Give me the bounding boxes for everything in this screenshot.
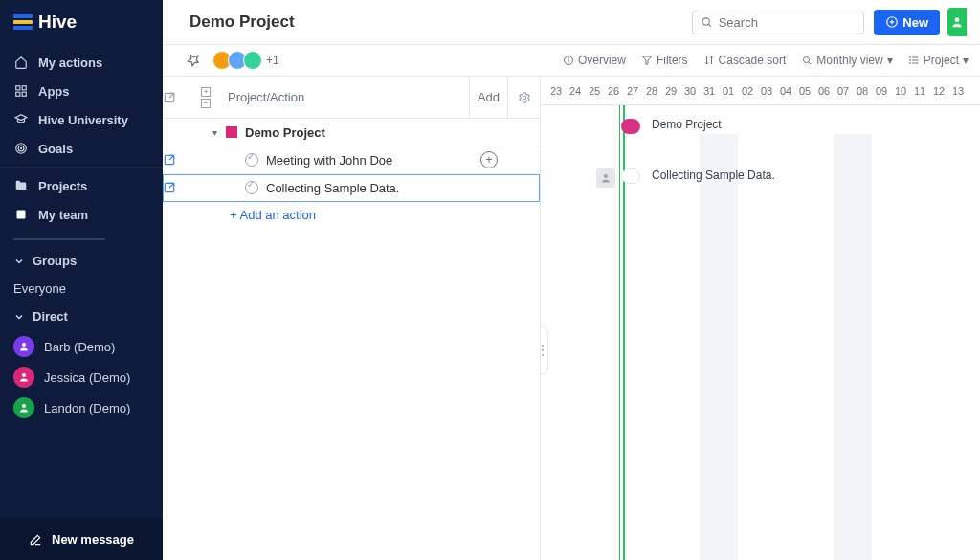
nav-projects[interactable]: Projects — [0, 171, 163, 200]
panel-resize-handle[interactable] — [541, 325, 548, 375]
checkbox-icon[interactable] — [245, 153, 258, 167]
task-list-panel: + − Project/Action Add ▾ Demo Project — [163, 77, 541, 560]
gantt-day: 10 — [891, 85, 910, 97]
external-icon — [163, 91, 176, 104]
list-icon — [908, 55, 920, 66]
svg-point-37 — [542, 349, 544, 351]
nav-goals[interactable]: Goals — [0, 134, 163, 163]
nav-hive-university[interactable]: Hive University — [0, 105, 163, 134]
sort-icon — [703, 55, 715, 66]
add-subtask-button[interactable]: + — [480, 151, 498, 168]
collapse-arrow-icon[interactable]: ▾ — [212, 127, 226, 138]
chevron-down-icon — [13, 311, 27, 323]
info-icon — [563, 55, 574, 66]
external-icon — [163, 181, 176, 194]
column-add[interactable]: Add — [469, 77, 507, 118]
gear-icon — [518, 91, 531, 104]
gantt-day: 28 — [642, 85, 661, 97]
avatar-icon — [13, 336, 34, 357]
profile-button[interactable] — [947, 8, 967, 36]
project-row[interactable]: ▾ Demo Project — [163, 119, 540, 146]
gantt-day: 05 — [795, 85, 814, 97]
assignee-avatar[interactable] — [596, 168, 615, 188]
search-input[interactable] — [719, 15, 857, 30]
gantt-day: 02 — [738, 85, 757, 97]
compose-icon — [29, 533, 42, 547]
gantt-panel: 2324252627282930310102030405060708091011… — [541, 77, 980, 560]
project-dropdown[interactable]: Project ▾ — [908, 54, 969, 67]
svg-marker-20 — [642, 56, 651, 65]
avatar-icon — [243, 51, 262, 70]
graduation-icon — [13, 112, 29, 127]
gantt-day: 27 — [623, 85, 642, 97]
filter-icon — [641, 55, 653, 66]
person-name: Landon (Demo) — [44, 401, 130, 415]
gantt-day: 31 — [700, 85, 719, 97]
open-card-button[interactable] — [163, 153, 195, 167]
open-card-header[interactable] — [163, 91, 195, 104]
nav-label: Apps — [38, 84, 70, 99]
new-button[interactable]: New — [874, 10, 940, 35]
expand-all-icon: + — [201, 87, 211, 97]
svg-rect-2 — [16, 92, 20, 96]
gantt-bar-project[interactable] — [621, 119, 640, 134]
search-icon — [701, 15, 712, 29]
nav-label: Projects — [38, 179, 87, 193]
person-barb[interactable]: Barb (Demo) — [0, 331, 163, 362]
add-action-button[interactable]: + Add an action — [163, 202, 540, 228]
gantt-body[interactable]: Demo Project Collecting Sample Data. — [541, 105, 980, 560]
gantt-day: 26 — [604, 85, 623, 97]
user-icon — [950, 15, 964, 29]
gantt-day: 06 — [814, 85, 834, 97]
gantt-bar-task[interactable] — [621, 168, 640, 184]
cascade-sort-button[interactable]: Cascade sort — [703, 54, 787, 67]
gantt-day: 03 — [757, 85, 776, 97]
hive-logo-icon — [13, 14, 33, 30]
task-row[interactable]: Meeting with John Doe + — [163, 146, 540, 174]
nav-label: Hive University — [38, 113, 128, 127]
gantt-day: 24 — [566, 85, 585, 97]
svg-point-35 — [542, 345, 544, 347]
column-settings[interactable] — [507, 77, 540, 118]
member-avatars[interactable]: +1 — [212, 51, 279, 70]
group-everyone[interactable]: Everyone — [0, 276, 163, 302]
direct-label: Direct — [33, 309, 68, 324]
view-dropdown[interactable]: Monthly view ▾ — [801, 54, 892, 67]
nav-my-actions[interactable]: My actions — [0, 48, 163, 77]
overview-button[interactable]: Overview — [563, 54, 626, 67]
checkbox-icon[interactable] — [245, 181, 258, 194]
svg-line-22 — [809, 62, 812, 65]
collapse-all-icon: − — [201, 99, 211, 108]
svg-point-19 — [568, 57, 568, 58]
svg-point-6 — [20, 147, 21, 148]
direct-header[interactable]: Direct — [0, 302, 163, 331]
svg-rect-3 — [22, 92, 26, 96]
nav-my-team[interactable]: My team — [0, 200, 163, 229]
brand-logo[interactable]: Hive — [0, 0, 163, 44]
groups-header[interactable]: Groups — [0, 246, 163, 276]
gantt-date-header: 2324252627282930310102030405060708091011… — [541, 77, 980, 105]
svg-point-8 — [22, 343, 26, 347]
svg-point-28 — [909, 63, 910, 64]
nav-label: Goals — [38, 142, 73, 156]
brand-name: Hive — [38, 11, 77, 33]
gantt-day: 29 — [661, 85, 680, 97]
person-landon[interactable]: Landon (Demo) — [0, 392, 163, 423]
caret-down-icon: ▾ — [963, 54, 969, 67]
search-box[interactable] — [692, 11, 864, 34]
avatar-icon — [13, 367, 34, 388]
filters-button[interactable]: Filters — [641, 54, 688, 67]
new-message-button[interactable]: New message — [0, 519, 163, 560]
groups-label: Groups — [33, 254, 77, 268]
open-card-button[interactable] — [163, 181, 195, 194]
nav-apps[interactable]: Apps — [0, 77, 163, 105]
gantt-day: 08 — [853, 85, 872, 97]
svg-point-11 — [702, 18, 709, 25]
gantt-day: 11 — [910, 85, 929, 97]
task-row[interactable]: Collecting Sample Data. — [163, 174, 540, 202]
new-message-label: New message — [52, 532, 134, 547]
pin-button[interactable] — [186, 53, 201, 68]
gantt-day: 01 — [719, 85, 738, 97]
expand-collapse-header[interactable]: + − — [199, 86, 212, 109]
person-jessica[interactable]: Jessica (Demo) — [0, 362, 163, 392]
